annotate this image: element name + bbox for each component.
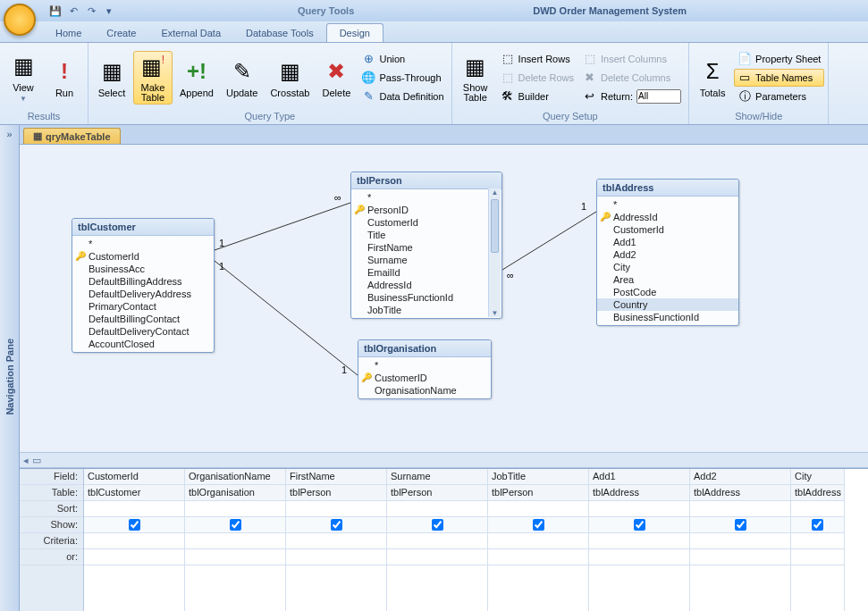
grid-cell-sort[interactable] — [286, 501, 386, 517]
show-checkbox[interactable] — [331, 519, 342, 531]
run-button[interactable]: ! Run — [45, 55, 84, 100]
grid-cell-show[interactable] — [690, 517, 790, 533]
builder-button[interactable]: 🛠Builder — [497, 88, 577, 105]
grid-cell-table[interactable]: tblAddress — [690, 485, 790, 501]
tab-external-data[interactable]: External Data — [148, 24, 233, 42]
field-row[interactable]: OrganisationName — [358, 384, 491, 397]
grid-column[interactable]: FirstNametblPerson — [286, 469, 387, 611]
show-checkbox[interactable] — [812, 519, 823, 531]
grid-cell-table[interactable]: tblPerson — [488, 485, 588, 501]
undo-icon[interactable]: ↶ — [66, 4, 80, 18]
grid-cell-or[interactable] — [185, 549, 285, 565]
grid-cell-field[interactable]: Add2 — [690, 469, 790, 485]
field-row[interactable]: 🔑CustomerId — [72, 250, 214, 263]
grid-cell-or[interactable] — [387, 549, 487, 565]
table-box-tbladdress[interactable]: tblAddress *🔑AddressIdCustomerIdAdd1Add2… — [596, 179, 739, 326]
table-names-button[interactable]: ▭Table Names — [734, 69, 824, 87]
grid-cell-or[interactable] — [589, 549, 689, 565]
grid-cell-criteria[interactable] — [387, 533, 487, 549]
property-sheet-button[interactable]: 📄Property Sheet — [734, 50, 824, 68]
table-box-tblcustomer[interactable]: tblCustomer *🔑CustomerIdBusinessAccDefau… — [72, 218, 215, 353]
grid-cell-field[interactable]: Surname — [387, 469, 487, 485]
show-checkbox[interactable] — [634, 519, 645, 531]
grid-cell-show[interactable] — [286, 517, 386, 533]
select-button[interactable]: ▦Select — [92, 55, 131, 100]
grid-cell-or[interactable] — [286, 549, 386, 565]
field-row[interactable]: Area — [597, 273, 738, 286]
field-row[interactable]: PrimaryContact — [72, 300, 214, 313]
object-tab-qrymaketable[interactable]: ▦ qryMakeTable — [23, 128, 121, 144]
save-icon[interactable]: 💾 — [48, 4, 63, 18]
passthrough-button[interactable]: 🌐Pass-Through — [358, 69, 447, 87]
return-input[interactable] — [636, 89, 681, 104]
scrollbar[interactable]: ▲▼ — [488, 188, 501, 317]
field-row[interactable]: AccountClosed — [72, 338, 214, 350]
office-button[interactable] — [4, 4, 36, 36]
grid-cell-criteria[interactable] — [690, 533, 790, 549]
grid-column[interactable]: Add2tblAddress — [690, 469, 791, 611]
append-button[interactable]: +!Append — [174, 55, 219, 100]
field-row[interactable]: DefaultDeliveryAddress — [72, 288, 214, 300]
field-row[interactable]: BusinessFunctionId — [351, 291, 488, 304]
show-checkbox[interactable] — [432, 519, 443, 531]
grid-cell-or[interactable] — [791, 549, 844, 565]
grid-cell-sort[interactable] — [488, 501, 588, 517]
field-row[interactable]: PostCode — [597, 286, 738, 298]
grid-cell-show[interactable] — [488, 517, 588, 533]
field-row[interactable]: EmailId — [351, 266, 488, 279]
union-button[interactable]: ⊕Union — [358, 50, 447, 68]
field-row[interactable]: DefaultDeliveryContact — [72, 325, 214, 338]
horizontal-splitter[interactable]: ◂▭ — [20, 452, 868, 468]
field-row[interactable]: DefaultBillingAddress — [72, 275, 214, 288]
grid-cell-sort[interactable] — [185, 501, 285, 517]
grid-cell-show[interactable] — [791, 517, 844, 533]
field-row[interactable]: 🔑PersonID — [351, 204, 488, 216]
grid-cell-field[interactable]: City — [791, 469, 844, 485]
field-row[interactable]: * — [358, 359, 491, 372]
grid-cell-criteria[interactable] — [84, 533, 184, 549]
field-row[interactable]: CustomerId — [351, 216, 488, 229]
grid-cell-show[interactable] — [387, 517, 487, 533]
field-row[interactable]: Title — [351, 229, 488, 241]
query-grid[interactable]: Field:Table:Sort:Show:Criteria:or: Custo… — [20, 468, 868, 611]
grid-cell-or[interactable] — [690, 549, 790, 565]
scroll-left-icon[interactable]: ◂ — [23, 455, 29, 466]
field-row[interactable]: City — [597, 261, 738, 273]
field-row[interactable]: 🔑AddressId — [597, 211, 738, 223]
grid-cell-criteria[interactable] — [791, 533, 844, 549]
grid-cell-show[interactable] — [84, 517, 184, 533]
grid-cell-field[interactable]: JobTitle — [488, 469, 588, 485]
crosstab-button[interactable]: ▦Crosstab — [265, 55, 315, 100]
grid-cell-show[interactable] — [185, 517, 285, 533]
grid-cell-sort[interactable] — [791, 501, 844, 517]
tab-home[interactable]: Home — [43, 24, 94, 42]
grid-cell-criteria[interactable] — [286, 533, 386, 549]
grid-cell-show[interactable] — [589, 517, 689, 533]
field-row[interactable]: Add1 — [597, 236, 738, 248]
show-checkbox[interactable] — [533, 519, 544, 531]
nav-expand-icon[interactable]: » — [3, 125, 15, 143]
navigation-pane-collapsed[interactable]: » Navigation Pane — [0, 125, 20, 611]
field-row[interactable]: BusinessAcc — [72, 263, 214, 275]
field-row[interactable]: JobTitle — [351, 304, 488, 316]
tab-database-tools[interactable]: Database Tools — [233, 24, 326, 42]
grid-cell-table[interactable]: tblPerson — [387, 485, 487, 501]
update-button[interactable]: ✎Update — [221, 55, 263, 100]
totals-button[interactable]: ΣTotals — [693, 55, 732, 100]
grid-column[interactable]: OrganisationNametblOrganisation — [185, 469, 286, 611]
redo-icon[interactable]: ↷ — [84, 4, 98, 18]
field-row[interactable]: DefaultBillingContact — [72, 313, 214, 325]
show-table-button[interactable]: ▦Show Table — [456, 51, 495, 105]
grid-column[interactable]: CitytblAddress — [791, 469, 845, 611]
grid-cell-table[interactable]: tblAddress — [589, 485, 689, 501]
field-row[interactable]: * — [72, 238, 214, 250]
field-row[interactable]: BusinessFunctionId — [597, 311, 738, 323]
grid-column[interactable]: SurnametblPerson — [387, 469, 488, 611]
field-row[interactable]: CustomerId — [597, 223, 738, 236]
delete-button[interactable]: ✖Delete — [316, 55, 356, 100]
scroll-thumb-icon[interactable]: ▭ — [32, 455, 41, 466]
grid-cell-sort[interactable] — [589, 501, 689, 517]
grid-cell-criteria[interactable] — [185, 533, 285, 549]
return-control[interactable]: ↩Return: — [579, 88, 685, 105]
grid-column[interactable]: Add1tblAddress — [589, 469, 690, 611]
